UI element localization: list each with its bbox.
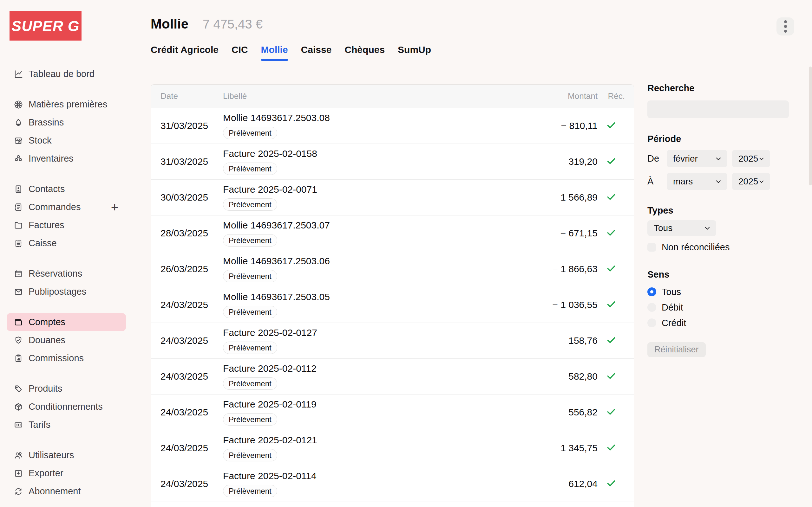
- reconciled-cell[interactable]: [598, 478, 625, 490]
- reconciled-cell[interactable]: [598, 263, 625, 275]
- types-select[interactable]: Tous: [647, 220, 716, 236]
- sidebar-item-commissions[interactable]: Commissions: [7, 349, 126, 367]
- radio-icon: [647, 303, 656, 312]
- shield-check-icon: [14, 336, 23, 345]
- table-row[interactable]: 28/03/2025 Mollie 14693617.2503.07 Prélè…: [151, 216, 634, 251]
- unreconciled-label: Non réconciliées: [662, 242, 729, 252]
- period-from-row: De février 2025: [647, 150, 770, 167]
- tab-cic[interactable]: CIC: [232, 44, 248, 62]
- sidebar-item-reservations[interactable]: Réservations: [7, 265, 126, 283]
- sidebar-item-exporter[interactable]: Exporter: [7, 464, 126, 482]
- users-icon: [14, 451, 23, 460]
- sens-option-tous[interactable]: Tous: [647, 287, 686, 296]
- sidebar-item-conditionnements[interactable]: Conditionnements: [7, 398, 126, 416]
- row-type-badge: Prélèvement: [223, 413, 277, 426]
- sidebar-item-matieres-premieres[interactable]: Matières premières: [7, 95, 126, 113]
- tab-mollie[interactable]: Mollie: [261, 44, 288, 62]
- chevron-down-icon: [715, 178, 722, 185]
- reconciled-cell[interactable]: [598, 191, 625, 204]
- scrollbar[interactable]: [809, 66, 812, 185]
- sidebar-item-stock[interactable]: Stock: [7, 131, 126, 150]
- from-month-select[interactable]: février: [667, 150, 727, 167]
- table-row[interactable]: 24/03/2025 Facture 2025-02-0119 Prélèvem…: [151, 395, 634, 430]
- table-row[interactable]: 24/03/2025 Mollie 14693617.2503.05 Prélè…: [151, 287, 634, 323]
- sidebar-item-utilisateurs[interactable]: Utilisateurs: [7, 446, 126, 464]
- table-row[interactable]: 31/03/2025 Mollie 14693617.2503.08 Prélè…: [151, 108, 634, 144]
- check-icon: [606, 299, 617, 311]
- check-icon: [606, 156, 617, 168]
- clipboard-chart-icon: [14, 354, 23, 363]
- from-year-select[interactable]: 2025: [732, 150, 770, 167]
- radio-icon: [647, 287, 656, 296]
- reconciled-cell[interactable]: [598, 299, 625, 311]
- row-type-badge: Prélèvement: [223, 377, 277, 390]
- wallet-icon: [14, 318, 23, 327]
- sidebar-item-contacts[interactable]: Contacts: [7, 180, 126, 198]
- sidebar-item-publipostages[interactable]: Publipostages: [7, 283, 126, 301]
- reconciled-cell[interactable]: [598, 120, 625, 132]
- row-amount: 1 566,89: [525, 192, 598, 203]
- sens-label: Sens: [647, 269, 669, 280]
- column-header-label: Libellé: [223, 91, 525, 101]
- sidebar-item-tableau-de-bord[interactable]: Tableau de bord: [7, 65, 126, 83]
- sidebar-item-commandes[interactable]: Commandes+: [7, 198, 126, 216]
- check-icon: [606, 442, 617, 454]
- reset-filters-button[interactable]: Réinitialiser: [647, 342, 706, 357]
- row-amount: 556,82: [525, 407, 598, 418]
- sidebar-item-tarifs[interactable]: Tarifs: [7, 416, 126, 434]
- unreconciled-row: Non réconciliées: [647, 242, 729, 252]
- row-amount: 1 345,75: [525, 443, 598, 453]
- reconciled-cell[interactable]: [598, 335, 625, 347]
- row-amount: − 671,15: [525, 228, 598, 239]
- search-input[interactable]: [647, 101, 789, 118]
- period-label: Période: [647, 134, 681, 144]
- sidebar-item-abonnement[interactable]: Abonnement: [7, 482, 126, 500]
- to-month-select[interactable]: mars: [667, 173, 727, 190]
- tab-caisse[interactable]: Caisse: [301, 44, 332, 62]
- more-options-button[interactable]: [776, 17, 794, 36]
- row-label: Facture 2025-02-0112: [223, 363, 316, 374]
- table-row[interactable]: 31/03/2025 Facture 2025-02-0158 Prélèvem…: [151, 144, 634, 180]
- reconciled-cell[interactable]: [598, 156, 625, 168]
- sidebar-item-caisse[interactable]: Caisse: [7, 234, 126, 252]
- receipt-icon: [14, 239, 23, 248]
- sens-option-credit[interactable]: Crédit: [647, 319, 686, 327]
- sidebar-item-douanes[interactable]: Douanes: [7, 331, 126, 349]
- row-amount: 582,80: [525, 371, 598, 382]
- unreconciled-checkbox[interactable]: [647, 243, 656, 251]
- table-row[interactable]: 24/03/2025 Facture 2025-02-0121 Prélèvem…: [151, 430, 634, 466]
- row-date: 30/03/2025: [160, 192, 223, 203]
- row-label: Mollie 14693617.2503.05: [223, 291, 330, 302]
- table-row[interactable]: 26/03/2025 Mollie 14693617.2503.06 Prélè…: [151, 251, 634, 287]
- table-row[interactable]: 24/03/2025 Facture 2025-02-0114 Prélèvem…: [151, 466, 634, 502]
- sidebar-item-produits[interactable]: Produits: [7, 380, 126, 398]
- table-body: 31/03/2025 Mollie 14693617.2503.08 Prélè…: [151, 108, 634, 502]
- tab-cheques[interactable]: Chèques: [345, 44, 385, 62]
- reconciled-cell[interactable]: [598, 442, 625, 454]
- table-row[interactable]: 24/03/2025 Facture 2025-02-0112 Prélèvem…: [151, 359, 634, 395]
- to-year-select[interactable]: 2025: [732, 173, 770, 190]
- check-icon: [606, 191, 617, 204]
- sidebar-item-factures[interactable]: Factures: [7, 216, 126, 234]
- dot-icon: [784, 20, 787, 23]
- reconciled-cell[interactable]: [598, 227, 625, 239]
- table-row[interactable]: 30/03/2025 Facture 2025-02-0071 Prélèvem…: [151, 180, 634, 216]
- sidebar-item-comptes[interactable]: Comptes: [7, 313, 126, 331]
- check-icon: [606, 120, 617, 132]
- chevron-down-icon: [715, 155, 722, 163]
- tab-sumup[interactable]: SumUp: [398, 44, 431, 62]
- account-balance: 7 475,43 €: [203, 17, 263, 32]
- add-commandes-button[interactable]: +: [111, 201, 118, 214]
- sidebar-nav: Tableau de bord Matières premières Brass…: [7, 65, 126, 507]
- banknote-icon: [14, 420, 23, 430]
- tag-icon: [14, 384, 23, 394]
- tab-credit-agricole[interactable]: Crédit Agricole: [151, 44, 218, 62]
- reconciled-cell[interactable]: [598, 406, 625, 418]
- table-row[interactable]: 24/03/2025 Facture 2025-02-0127 Prélèvem…: [151, 323, 634, 359]
- reconciled-cell[interactable]: [598, 371, 625, 383]
- table-header: Date Libellé Montant Réc.: [151, 84, 634, 108]
- table-row-partial: [151, 502, 634, 507]
- sidebar-item-inventaires[interactable]: Inventaires: [7, 150, 126, 168]
- sidebar-item-brassins[interactable]: Brassins: [7, 113, 126, 131]
- sens-option-debit[interactable]: Débit: [647, 303, 686, 312]
